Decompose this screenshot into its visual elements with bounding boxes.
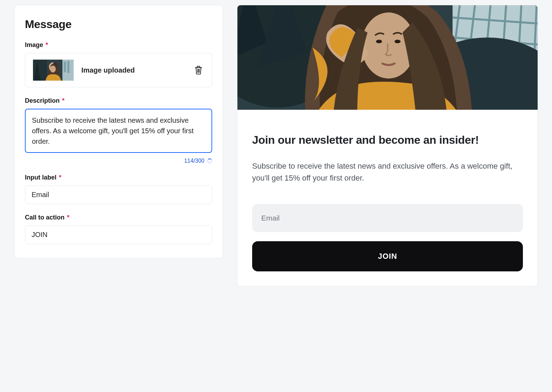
editor-heading: Message <box>25 18 212 31</box>
preview-cta-button[interactable]: JOIN <box>252 241 523 271</box>
preview-description: Subscribe to receive the latest news and… <box>252 160 523 185</box>
image-upload-row: Image uploaded <box>25 53 212 87</box>
cta-field: Call to action * <box>25 214 212 244</box>
svg-point-23 <box>395 40 400 43</box>
required-mark: * <box>59 174 61 181</box>
thumbnail-illustration <box>33 60 74 81</box>
svg-rect-4 <box>67 61 69 73</box>
cta-input[interactable] <box>25 225 212 244</box>
description-textarea[interactable] <box>25 109 212 153</box>
image-thumbnail[interactable] <box>33 60 74 81</box>
required-mark: * <box>62 97 65 104</box>
required-mark: * <box>46 41 48 48</box>
hero-illustration <box>237 5 538 110</box>
page-layout: Message Image * <box>14 5 538 286</box>
input-label-label: Input label * <box>25 174 212 181</box>
delete-image-button[interactable] <box>193 64 204 76</box>
image-field: Image * <box>25 41 212 87</box>
loading-spinner-icon <box>207 158 212 163</box>
preview-title: Join our newsletter and become an inside… <box>252 131 523 149</box>
trash-icon <box>194 66 203 75</box>
input-label-field: Input label * <box>25 174 212 204</box>
description-field: Description * 114/300 <box>25 97 212 164</box>
preview-email-input[interactable] <box>252 204 523 232</box>
input-label-input[interactable] <box>25 185 212 204</box>
required-mark: * <box>67 214 69 221</box>
char-counter: 114/300 <box>184 158 204 164</box>
preview-panel: Join our newsletter and become an inside… <box>237 5 538 286</box>
svg-point-22 <box>376 40 382 43</box>
image-label: Image * <box>25 41 212 49</box>
description-counter-row: 114/300 <box>25 158 212 164</box>
description-label: Description * <box>25 97 212 104</box>
preview-body: Join our newsletter and become an inside… <box>237 110 538 286</box>
cta-label: Call to action * <box>25 214 212 221</box>
svg-rect-3 <box>64 62 66 72</box>
image-status-text: Image uploaded <box>81 66 185 74</box>
preview-hero-image <box>237 5 538 110</box>
message-editor-panel: Message Image * <box>14 5 223 258</box>
